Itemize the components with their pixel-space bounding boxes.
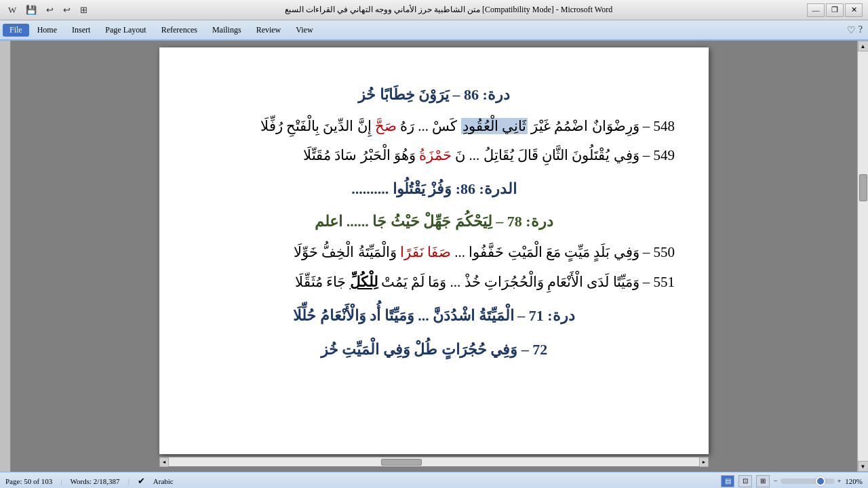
verse-550: 550 – وَفِي بَلَدٍ مَيِّتٍ مَعَ الْمَيْت…: [193, 240, 675, 266]
heading-darra-78: درة: 78 – لِيَحْكُمَ جَهِّلْ حَيْثُ جَا …: [193, 208, 675, 235]
hscroll-track[interactable]: [169, 458, 699, 466]
verse-551-bold: لِلْكُلِّ: [350, 274, 378, 290]
menu-review[interactable]: Review: [250, 24, 288, 37]
menu-home[interactable]: Home: [31, 24, 64, 37]
zoom-thumb[interactable]: [816, 476, 825, 486]
main-container: درة: 86 – يَرَوْنَ خِطَابًا خُز 548 – وَ…: [0, 41, 868, 472]
status-sep2: |: [128, 477, 130, 485]
ribbon: File Home Insert Page Layout References …: [0, 20, 868, 41]
scroll-left-button[interactable]: ◄: [159, 458, 169, 467]
window-title: متن الشاطبية حرز الأماني ووجه التهاني في…: [90, 5, 807, 15]
scroll-down-button[interactable]: ▼: [858, 461, 869, 472]
verse-548-red: صَحَّ: [375, 118, 397, 134]
window-controls: — ❐ ✕: [807, 3, 863, 17]
undo2-icon[interactable]: ↩: [60, 3, 73, 17]
fullscreen-btn[interactable]: ⊡: [738, 475, 752, 487]
scroll-up-button[interactable]: ▲: [858, 41, 869, 52]
verse-72: 72 – وَفِي حُجُرَاتٍ طُلْ وَفِي الْمَيِّ…: [193, 336, 675, 363]
word-count: Words: 2/18,387: [71, 477, 120, 485]
spell-icon: ✔: [138, 476, 145, 487]
menu-insert[interactable]: Insert: [65, 24, 97, 37]
verse-549: 549 – وَفِي يُقْتَلُونَ الثَّانِ قَالَ ي…: [193, 143, 675, 169]
verse-548: 548 – وَرِضْوَانٌ اضْمُمُ غَيْرَ ثَانِي …: [193, 114, 675, 140]
verse-551: 551 – وَمَيِّتًا لَدَى الْأَنْعَامِ وَال…: [193, 270, 675, 296]
zoom-out-icon[interactable]: −: [774, 477, 778, 485]
zoom-slider[interactable]: [781, 479, 835, 484]
close-button[interactable]: ✕: [845, 3, 863, 17]
statusbar-right: ▤ ⊡ ⊞ − + 120%: [721, 475, 863, 487]
menu-icon[interactable]: ⊞: [77, 3, 90, 17]
title-bar: W 💾 ↩ ↩ ⊞ متن الشاطبية حرز الأماني ووجه …: [0, 0, 868, 20]
zoom-slider-container: − +: [774, 477, 841, 485]
document-page[interactable]: درة: 86 – يَرَوْنَ خِطَابًا خُز 548 – وَ…: [159, 47, 709, 454]
menu-page-layout[interactable]: Page Layout: [98, 24, 153, 37]
menu-references[interactable]: References: [155, 24, 204, 37]
menu-view[interactable]: View: [289, 24, 319, 37]
minimize-button[interactable]: —: [807, 3, 825, 17]
zoom-level: 120%: [845, 477, 863, 485]
print-layout-btn[interactable]: ▤: [721, 475, 734, 487]
menu-file[interactable]: File: [3, 24, 29, 37]
heading-darra-71: درة: 71 – الْمَيِّتَةُ اشْدُدَنَّ ... وَ…: [193, 302, 675, 329]
status-bar: Page: 50 of 103 | Words: 2/18,387 | ✔ Ar…: [0, 472, 868, 488]
menu-bar: File Home Insert Page Layout References …: [0, 20, 868, 39]
horizontal-scrollbar[interactable]: ◄ ►: [159, 457, 709, 466]
ribbon-right-icons: ♡ ?: [847, 24, 865, 36]
document-area: درة: 86 – يَرَوْنَ خِطَابًا خُز 548 – وَ…: [11, 41, 857, 472]
zoom-in-icon[interactable]: +: [837, 477, 842, 485]
heading-aldarra-86: الدرة: 86: وَفُزْ يَقْتُلُوا ..........: [193, 176, 675, 203]
web-view-btn[interactable]: ⊞: [756, 475, 770, 487]
scroll-thumb[interactable]: [859, 174, 867, 201]
left-margin: [0, 41, 11, 472]
restore-button[interactable]: ❐: [826, 3, 844, 17]
help-icon[interactable]: ?: [859, 24, 863, 36]
verse-548-highlight: ثَانِي الْعُقُودِ: [461, 118, 528, 134]
undo-icon[interactable]: ↩: [43, 3, 56, 17]
save-icon[interactable]: 💾: [23, 3, 39, 17]
heading-darra-86: درة: 86 – يَرَوْنَ خِطَابًا خُز: [193, 81, 675, 108]
menu-mailings[interactable]: Mailings: [205, 24, 248, 37]
language: Arabic: [153, 477, 174, 485]
favorites-icon[interactable]: ♡: [847, 24, 856, 36]
status-sep1: |: [60, 477, 62, 485]
hscroll-thumb[interactable]: [381, 459, 422, 466]
scroll-right-button[interactable]: ►: [699, 458, 709, 467]
scroll-track[interactable]: [859, 52, 868, 461]
verse-550-red: صَفَا نَفَرًا: [400, 244, 451, 260]
quick-access-icons: W 💾 ↩ ↩ ⊞: [5, 3, 90, 17]
vertical-scrollbar[interactable]: ▲ ▼: [857, 41, 868, 472]
page-count: Page: 50 of 103: [5, 477, 52, 485]
verse-549-red: حَمْزَةُ: [419, 147, 452, 163]
word-icon: W: [5, 3, 19, 17]
